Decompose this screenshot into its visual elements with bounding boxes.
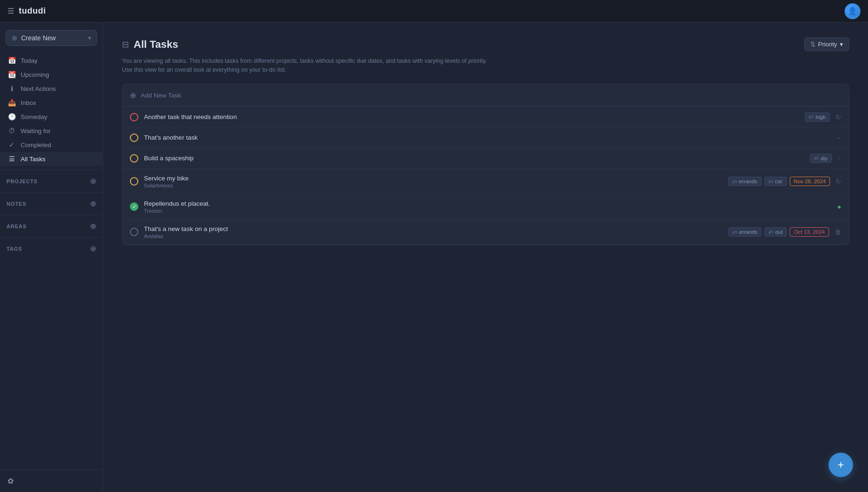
task-tag[interactable]: 🏷 errands <box>728 177 762 186</box>
add-task-plus-icon: ⊕ <box>130 91 136 100</box>
next-actions-icon: ℹ <box>8 85 16 92</box>
task-date-tag: Nov 28, 2024 <box>790 177 830 186</box>
tag-icon: 🏷 <box>769 179 773 184</box>
settings-icon[interactable]: ✿ <box>8 477 14 485</box>
sidebar-item-completed[interactable]: ✓ Completed <box>0 138 103 152</box>
task-name: Build a spaceship <box>144 155 804 162</box>
areas-header[interactable]: AREAS ⊕ <box>0 219 103 233</box>
tags-label: TAGS <box>7 246 22 252</box>
add-task-label: Add New Task <box>141 92 181 99</box>
sidebar-item-label: Today <box>21 57 38 64</box>
add-tag-icon[interactable]: ⊕ <box>90 244 96 253</box>
priority-label: Priority <box>818 41 837 48</box>
table-row[interactable]: That's another task − <box>122 128 849 148</box>
sidebar-item-waiting-for[interactable]: ⏱ Waiting for <box>0 124 103 138</box>
chevron-down-icon: ▾ <box>88 35 91 41</box>
task-status-circle[interactable] <box>130 113 138 121</box>
tag-icon: 🏷 <box>814 156 819 161</box>
add-task-row[interactable]: ⊕ Add New Task <box>122 84 849 107</box>
add-project-icon[interactable]: ⊕ <box>90 177 96 186</box>
sidebar-item-today[interactable]: 📅 Today <box>0 53 103 67</box>
all-tasks-page-icon: ⊟ <box>122 39 129 50</box>
task-tag[interactable]: 🏷 high <box>805 112 830 122</box>
table-row[interactable]: Another task that needs attention 🏷 high… <box>122 107 849 128</box>
task-tag[interactable]: 🏷 out <box>764 227 787 237</box>
notes-header[interactable]: NOTES ⊕ <box>0 196 103 211</box>
task-tags: 🏷 high <box>805 112 830 122</box>
task-info: That's another task <box>144 134 826 141</box>
projects-header[interactable]: PROJECTS ⊕ <box>0 174 103 188</box>
sort-icon: ⇅ <box>810 41 815 48</box>
task-status-circle[interactable] <box>130 154 138 163</box>
task-status-circle[interactable] <box>130 177 138 186</box>
sidebar-item-label: Someday <box>21 113 47 120</box>
task-status-circle[interactable]: ✓ <box>130 202 138 211</box>
table-row[interactable]: Build a spaceship 🏷 diy − <box>122 148 849 169</box>
task-name: Another task that needs attention <box>144 113 799 120</box>
tag-icon: 🏷 <box>732 179 737 184</box>
task-name: That's another task <box>144 134 826 141</box>
page-header: ⊟ All Tasks ⇅ Priority ▾ <box>122 37 849 51</box>
task-name: Repellendus et placeat. <box>144 200 826 207</box>
sidebar-item-someday[interactable]: 🕐 Someday <box>0 110 103 124</box>
sidebar-item-next-actions[interactable]: ℹ Next Actions <box>0 82 103 96</box>
refresh-icon[interactable]: ↻ <box>836 178 841 185</box>
calendar-icon: 📅 <box>8 57 16 64</box>
task-status-circle[interactable] <box>130 134 138 142</box>
sidebar: ⊕ Create New ▾ 📅 Today 📆 Upcoming ℹ Next… <box>0 22 103 492</box>
task-project: Tresom <box>144 208 826 214</box>
task-list: ⊕ Add New Task Another task that needs a… <box>122 84 849 245</box>
page-title-row: ⊟ All Tasks <box>122 38 178 51</box>
minus-icon[interactable]: − <box>838 134 841 142</box>
create-new-label: Create New <box>21 34 56 42</box>
areas-label: AREAS <box>7 224 27 229</box>
task-tag[interactable]: 🏷 car <box>764 177 787 186</box>
add-area-icon[interactable]: ⊕ <box>90 222 96 231</box>
task-status-circle[interactable] <box>130 228 138 236</box>
page-description: You are viewing all tasks. This includes… <box>122 57 497 75</box>
task-info: Build a spaceship <box>144 155 804 162</box>
fab-plus-icon: + <box>838 458 844 471</box>
table-row[interactable]: Service my bike Solarbreeze 🏷 errands 🏷 … <box>122 169 849 194</box>
all-tasks-icon: ☰ <box>8 155 16 163</box>
sidebar-item-label: Next Actions <box>21 85 56 92</box>
tags-header[interactable]: TAGS ⊕ <box>0 241 103 256</box>
sidebar-item-inbox[interactable]: 📥 Inbox <box>0 96 103 110</box>
minus-icon[interactable]: − <box>838 155 841 162</box>
trash-icon[interactable]: 🗑 <box>835 228 841 236</box>
create-new-button[interactable]: ⊕ Create New ▾ <box>6 30 97 46</box>
completed-icon: ✓ <box>8 141 16 149</box>
refresh-icon[interactable]: ↻ <box>836 113 841 121</box>
sidebar-item-upcoming[interactable]: 📆 Upcoming <box>0 67 103 82</box>
notes-label: NOTES <box>7 201 26 207</box>
priority-sort-button[interactable]: ⇅ Priority ▾ <box>804 37 849 51</box>
sidebar-item-label: Waiting for <box>21 127 51 134</box>
top-bar-left: ☰ tududi <box>8 6 46 16</box>
task-tags: 🏷 diy <box>810 154 832 163</box>
add-note-icon[interactable]: ⊕ <box>90 199 96 208</box>
task-tags: 🏷 errands 🏷 car Nov 28, 2024 <box>728 177 830 186</box>
task-info: Another task that needs attention <box>144 113 799 120</box>
task-tag[interactable]: 🏷 diy <box>810 154 832 163</box>
task-date-tag: Oct 13, 2024 <box>790 227 829 237</box>
sidebar-section-notes: NOTES ⊕ <box>0 192 103 215</box>
table-row[interactable]: ✓ Repellendus et placeat. Tresom ● <box>122 194 849 220</box>
sidebar-section-projects: PROJECTS ⊕ <box>0 170 103 192</box>
page-title: All Tasks <box>134 38 178 51</box>
priority-chevron-icon: ▾ <box>840 41 843 48</box>
table-row[interactable]: That's a new task on a project Andalax 🏷… <box>122 220 849 245</box>
sidebar-item-label: All Tasks <box>21 156 45 163</box>
sidebar-item-all-tasks[interactable]: ☰ All Tasks <box>0 152 103 166</box>
app-logo: tududi <box>19 6 46 16</box>
task-tag[interactable]: 🏷 errands <box>728 227 762 237</box>
green-check-icon[interactable]: ● <box>838 203 841 210</box>
avatar[interactable]: 👤 <box>845 3 860 19</box>
task-info: Service my bike Solarbreeze <box>144 175 723 188</box>
top-bar: ☰ tududi 👤 <box>0 0 868 22</box>
sidebar-section-areas: AREAS ⊕ <box>0 215 103 237</box>
fab-button[interactable]: + <box>829 453 853 477</box>
task-tags: 🏷 errands 🏷 out Oct 13, 2024 <box>728 227 829 237</box>
hamburger-icon[interactable]: ☰ <box>8 7 14 15</box>
tag-icon: 🏷 <box>732 230 737 235</box>
inbox-icon: 📥 <box>8 99 16 106</box>
